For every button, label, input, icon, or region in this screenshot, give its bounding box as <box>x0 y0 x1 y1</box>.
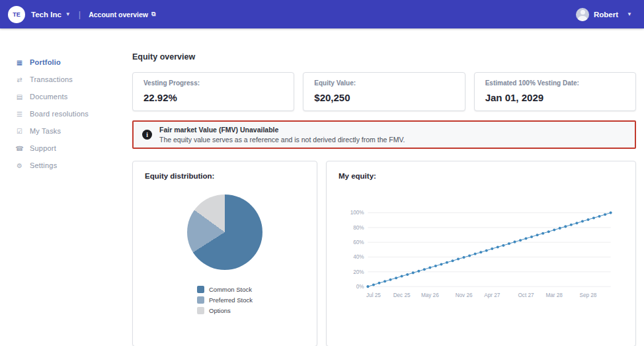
legend-item: Options <box>197 307 253 314</box>
user-avatar <box>576 8 589 21</box>
svg-text:40%: 40% <box>353 254 364 260</box>
company-name: Tech Inc <box>31 11 61 19</box>
svg-text:May 26: May 26 <box>421 292 439 298</box>
transactions-icon: ⇄ <box>15 76 24 83</box>
alert-text: Fair market Value (FMV) Unavailable The … <box>159 126 405 144</box>
svg-text:Nov 26: Nov 26 <box>456 292 473 298</box>
sidebar-item-support[interactable]: ☎Support <box>0 140 123 157</box>
stat-label: Equity Value: <box>314 79 454 87</box>
svg-text:100%: 100% <box>350 210 364 216</box>
company-logo: TE <box>8 6 25 23</box>
sidebar-item-label: Support <box>30 144 56 152</box>
tasks-icon: ☑ <box>15 128 24 135</box>
sidebar-item-label: Documents <box>30 93 67 101</box>
info-icon <box>142 130 152 140</box>
top-header: TE Tech Inc ▼ | Account overview ⧉ Rober… <box>0 0 644 28</box>
account-overview-label: Account overview <box>89 11 148 19</box>
sidebar-nav: ▦Portfolio⇄Transactions▤Documents☰Board … <box>0 28 123 346</box>
board-resolutions-icon: ☰ <box>15 110 24 118</box>
company-switcher[interactable]: Tech Inc ▼ <box>31 11 71 19</box>
settings-icon: ⚙ <box>15 162 24 169</box>
panels-row: Equity distribution: Common StockPreferr… <box>132 161 636 346</box>
sidebar-item-transactions[interactable]: ⇄Transactions <box>0 71 123 88</box>
stat-value: $20,250 <box>314 92 454 103</box>
user-menu[interactable]: Robert ▼ <box>576 8 632 21</box>
svg-text:80%: 80% <box>353 225 364 231</box>
stat-value: Jan 01, 2029 <box>485 92 625 103</box>
legend-swatch <box>197 307 204 314</box>
svg-text:Sep 28: Sep 28 <box>580 292 597 298</box>
pie-legend: Common StockPreferred StockOptions <box>197 286 253 314</box>
svg-text:Apr 27: Apr 27 <box>484 292 500 298</box>
alert-title: Fair market Value (FMV) Unavailable <box>159 126 405 134</box>
stat-label: Estimated 100% Vesting Date: <box>485 79 625 87</box>
sidebar-item-my-tasks[interactable]: ☑My Tasks <box>0 122 123 140</box>
stat-card-vesting-progress: Vesting Progress: 22.92% <box>132 72 294 111</box>
line-chart-wrap: 0%20%40%60%80%100%Jul 25Dec 25May 26Nov … <box>339 206 624 302</box>
header-divider: | <box>79 9 81 19</box>
legend-label: Common Stock <box>209 286 252 293</box>
sidebar-item-settings[interactable]: ⚙Settings <box>0 157 123 174</box>
fmv-alert: Fair market Value (FMV) Unavailable The … <box>132 120 636 149</box>
sidebar-item-label: Transactions <box>30 75 73 83</box>
main-content: Equity overview Vesting Progress: 22.92%… <box>132 28 636 346</box>
page-title: Equity overview <box>132 52 636 62</box>
line-chart: 0%20%40%60%80%100%Jul 25Dec 25May 26Nov … <box>341 206 621 302</box>
pie-panel-title: Equity distribution: <box>145 172 305 180</box>
equity-distribution-panel: Equity distribution: Common StockPreferr… <box>132 161 317 346</box>
stats-row: Vesting Progress: 22.92% Equity Value: $… <box>132 72 636 111</box>
sidebar-item-label: Settings <box>30 161 57 169</box>
stat-label: Vesting Progress: <box>143 79 283 87</box>
support-icon: ☎ <box>15 145 24 152</box>
chevron-down-icon: ▼ <box>65 11 71 17</box>
legend-item: Common Stock <box>197 286 253 293</box>
svg-text:20%: 20% <box>353 269 364 275</box>
legend-label: Preferred Stock <box>209 296 253 304</box>
chevron-down-icon: ▼ <box>627 11 632 17</box>
svg-text:Mar 28: Mar 28 <box>546 292 563 298</box>
sidebar-item-board-resolutions[interactable]: ☰Board resolutions <box>0 105 123 122</box>
svg-text:Oct 27: Oct 27 <box>518 292 534 298</box>
sidebar-item-label: Portfolio <box>30 58 61 66</box>
account-overview-link[interactable]: Account overview ⧉ <box>89 11 155 19</box>
line-panel-title: My equity: <box>339 172 624 180</box>
sidebar-item-documents[interactable]: ▤Documents <box>0 88 123 105</box>
svg-text:0%: 0% <box>356 284 364 290</box>
external-link-icon: ⧉ <box>151 11 155 18</box>
sidebar-item-label: My Tasks <box>30 127 61 135</box>
svg-text:Jul 25: Jul 25 <box>366 292 381 298</box>
documents-icon: ▤ <box>15 93 24 101</box>
user-name: Robert <box>594 11 618 19</box>
portfolio-icon: ▦ <box>15 59 24 66</box>
stat-value: 22.92% <box>143 92 283 103</box>
alert-body: The equity value serves as a reference a… <box>159 136 405 144</box>
svg-text:Dec 25: Dec 25 <box>393 292 411 298</box>
legend-label: Options <box>209 307 231 314</box>
legend-item: Preferred Stock <box>197 296 253 304</box>
legend-swatch <box>197 296 204 304</box>
sidebar-item-portfolio[interactable]: ▦Portfolio <box>0 54 123 71</box>
pie-chart <box>187 195 262 270</box>
legend-swatch <box>197 286 204 293</box>
stat-card-vesting-date: Estimated 100% Vesting Date: Jan 01, 202… <box>474 72 636 111</box>
my-equity-panel: My equity: 0%20%40%60%80%100%Jul 25Dec 2… <box>326 161 636 346</box>
stat-card-equity-value: Equity Value: $20,250 <box>303 72 465 111</box>
sidebar-item-label: Board resolutions <box>30 110 89 118</box>
svg-text:60%: 60% <box>353 239 364 245</box>
